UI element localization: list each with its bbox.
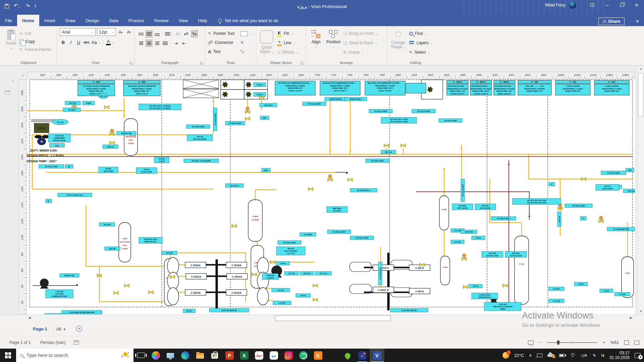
app-excel[interactable]: X [237,349,252,362]
horizontal-scrollbar-thumb[interactable] [275,315,391,321]
valve-icon[interactable] [273,260,275,264]
position-button[interactable]: Position⌄ [325,28,342,59]
align-bottom-button[interactable] [154,30,161,38]
valve-icon[interactable] [348,178,350,181]
vessel[interactable] [515,236,529,304]
battery-icon[interactable] [559,354,565,357]
app-copilot[interactable] [148,349,163,362]
valve-icon[interactable] [112,141,114,144]
valve-icon[interactable] [328,178,330,181]
tab-data[interactable]: Data [104,15,123,26]
valve-icon[interactable] [503,284,505,287]
effects-button[interactable]: ❏Effects ⌄ [277,48,299,56]
close-button[interactable]: ✕ [629,0,644,10]
align-button[interactable]: ← Align⌄ [309,28,323,59]
app-remote-display[interactable] [163,349,178,362]
flow-arrow[interactable] [528,216,530,218]
valve-icon[interactable] [403,144,406,147]
pipe-gas[interactable] [529,154,633,179]
shrink-font-button[interactable]: A▾ [125,28,132,36]
page-count[interactable]: Page 1 of 1 [9,340,31,345]
valve-icon[interactable] [151,291,153,294]
cut-button[interactable]: ✂Cut [19,29,51,38]
ltr-direction-button[interactable]: ▸¶ [183,30,190,38]
page-tab[interactable]: Page-1 [30,324,51,334]
avatar[interactable] [569,1,576,9]
app-bisphone[interactable]: b [311,349,325,362]
pipe-gas[interactable] [99,266,170,302]
valve-actuator[interactable] [110,129,114,132]
fill-button[interactable]: ◧Fill ⌄ [277,29,299,38]
show-hidden-icons[interactable]: ∧ [529,353,532,358]
rtl-direction-button[interactable]: ¶◂ [191,30,198,38]
presentation-mode-icon[interactable] [528,341,534,345]
valve-icon[interactable] [313,284,315,287]
app-microsoft-store[interactable] [207,349,222,362]
valve-icon[interactable] [248,110,250,114]
ribbon-display-options-icon[interactable]: ∧ [585,0,600,10]
taskbar-search[interactable]: Type here to search [16,349,133,362]
flow-arrow[interactable] [508,163,510,165]
add-page-button[interactable]: + [76,326,82,332]
justify-button[interactable] [162,40,169,47]
expand-shapes-icon[interactable]: › [12,78,13,83]
valve-actuator[interactable] [328,175,332,178]
valve-icon[interactable] [245,117,248,120]
wifi-icon[interactable] [570,353,576,357]
align-top-button[interactable] [138,30,145,38]
compressor-cylinder[interactable] [167,288,179,305]
paragraph-dialog-launcher[interactable]: ◿ [200,61,204,64]
zoom-out-button[interactable]: − [539,340,541,345]
valve-icon[interactable] [315,298,318,301]
valve-icon[interactable] [99,274,102,277]
italic-button[interactable]: I [67,39,74,46]
connection-point-button[interactable]: ✕ [240,39,254,47]
data-graphics-icon[interactable] [74,340,79,345]
vertical-scrollbar-thumb[interactable] [638,73,643,117]
share-button[interactable]: Share [598,17,625,25]
increase-indent-button[interactable]: ⇥ [172,40,179,47]
zoom-slider-thumb[interactable] [557,341,559,345]
valve-icon[interactable] [308,187,311,191]
valve-icon[interactable] [110,132,112,136]
tab-help[interactable]: Help [193,15,212,26]
valve-icon[interactable] [149,291,151,294]
align-left-button[interactable] [138,40,145,47]
rectangle-tool-button[interactable]: ⌄ [240,29,254,38]
app-home-app[interactable]: ⌂ [355,349,370,362]
tab-review[interactable]: Review [149,15,174,26]
pipe-gas[interactable] [255,190,276,200]
valve-actuator[interactable] [246,107,249,110]
tab-design[interactable]: Design [80,15,104,26]
valve-icon[interactable] [110,141,112,144]
quick-styles-button[interactable]: QuickStyles ⌄ [259,28,274,59]
select-button[interactable]: ↖Select ⌄ [409,48,433,56]
valve-icon[interactable] [270,260,273,264]
valve-icon[interactable] [104,106,107,109]
group-button[interactable]: ⧉Group ⌄ [343,48,378,56]
connector-tool-button[interactable]: Connector [208,39,236,47]
switch-windows-icon[interactable] [634,341,639,345]
flow-arrow[interactable] [461,147,463,149]
stencil-icon[interactable] [5,90,10,95]
app-eitaa[interactable] [296,349,311,362]
valve-icon[interactable] [248,117,250,120]
bring-to-front-button[interactable]: ❏Bring to Front ⌄ [343,29,378,38]
font-size-select[interactable]: 12pt⌄ [97,28,116,36]
strikethrough-button[interactable]: abc [83,39,90,46]
valve-icon[interactable] [330,178,332,181]
tell-me-box[interactable]: Tell me what you want to do [218,15,278,26]
user-name[interactable]: Milad Feizy [545,3,566,7]
horizontal-scrollbar[interactable]: ◀ ▶ [0,314,644,322]
vertical-scrollbar[interactable]: ▲ ▼ [637,66,644,314]
line-button[interactable]: ✎Line ⌄ [277,39,299,47]
all-pages-button[interactable]: All▲ [56,326,66,331]
valve-icon[interactable] [232,224,234,228]
compressor-cylinder[interactable] [167,272,179,290]
flow-arrow[interactable] [76,284,78,286]
valve-icon[interactable] [386,144,389,147]
compressor-cylinder[interactable] [257,288,269,305]
find-button[interactable]: Find ⌄ [409,29,433,38]
font-family-select[interactable]: Arial⌄ [60,28,96,36]
change-case-button[interactable]: Aa ⌄ [91,39,101,46]
